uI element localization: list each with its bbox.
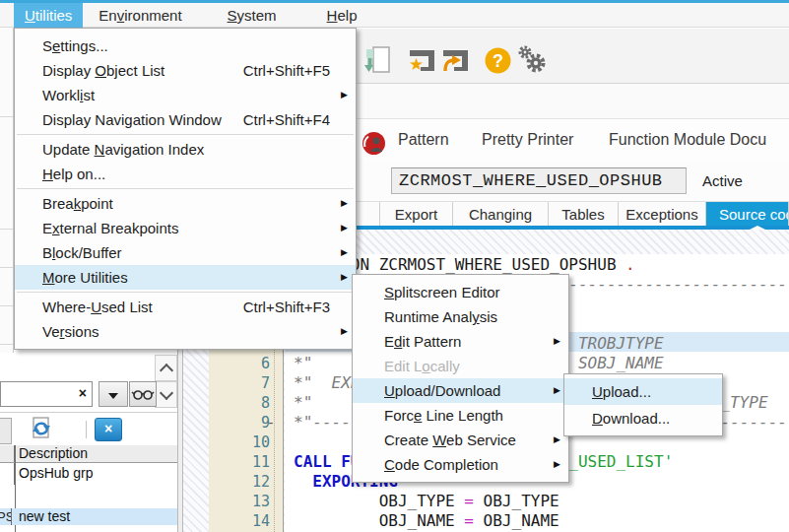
submenu-arrow-icon: ▶ bbox=[554, 378, 560, 403]
menubar-item-utilities[interactable]: Utilities bbox=[14, 3, 83, 28]
help-icon[interactable]: ? bbox=[484, 46, 512, 78]
close-session-button[interactable]: × bbox=[95, 418, 122, 441]
svg-text:★: ★ bbox=[409, 54, 424, 74]
menu-item-external-breakpoints[interactable]: External Breakpoints▶ bbox=[15, 216, 356, 240]
submenu-arrow-icon: ▶ bbox=[341, 265, 348, 290]
display-button[interactable] bbox=[129, 381, 157, 407]
menu-item-edit-locally[interactable]: Edit Locally bbox=[353, 354, 568, 378]
menu-shortcut: Ctrl+Shift+F4 bbox=[243, 107, 330, 132]
menu-item-runtime-analysis[interactable]: Runtime Analysis bbox=[353, 304, 568, 329]
toolbar-separator bbox=[86, 421, 87, 438]
submenu-arrow-icon: ▶ bbox=[341, 319, 348, 344]
search-input[interactable]: × bbox=[0, 381, 93, 407]
tab-tables[interactable]: Tables bbox=[549, 202, 619, 227]
upload-download-submenu: Upload...Download... bbox=[563, 373, 723, 436]
menubar: UtilitiesEnvironmentSystemHelp bbox=[0, 3, 789, 28]
svg-text:?: ? bbox=[493, 51, 503, 71]
menu-item-edit-pattern[interactable]: Edit Pattern▶ bbox=[353, 329, 568, 354]
table-row[interactable]: OpsHub grp bbox=[0, 463, 177, 485]
menu-item-settings[interactable]: Settings... bbox=[15, 33, 356, 58]
refresh-button[interactable] bbox=[28, 416, 61, 443]
dropdown-caret-icon bbox=[108, 393, 118, 399]
submenu-arrow-icon: ▶ bbox=[341, 216, 348, 240]
code-line-14: OBJ_NAME=OBJ_NAME bbox=[177, 511, 789, 531]
menu-item-block-buffer[interactable]: Block/Buffer▶ bbox=[15, 240, 356, 265]
menu-item-download[interactable]: Download... bbox=[564, 405, 722, 432]
function-module-name-field[interactable]: ZCRMOST_WHERE_USED_OPSHUB bbox=[391, 167, 687, 194]
menu-item-where-used-list[interactable]: Where-Used ListCtrl+Shift+F3 bbox=[15, 295, 356, 319]
tab-export[interactable]: Export bbox=[380, 202, 453, 227]
sap-gui-window: UtilitiesEnvironmentSystemHelp ★ bbox=[0, 0, 789, 532]
menu-item-upload[interactable]: Upload... bbox=[564, 378, 722, 405]
menu-item-breakpoint[interactable]: Breakpoint▶ bbox=[15, 191, 356, 216]
description-column-header: Description bbox=[19, 445, 88, 462]
submenu-arrow-icon: ▶ bbox=[554, 452, 560, 477]
panel-separator bbox=[0, 412, 177, 413]
menu-item-create-web-service[interactable]: Create Web Service▶ bbox=[353, 428, 568, 452]
submenu-arrow-icon: ▶ bbox=[341, 240, 348, 265]
more-utilities-submenu: Splitscreen EditorRuntime AnalysisEdit P… bbox=[352, 274, 569, 483]
menu-item-code-completion[interactable]: Code Completion▶ bbox=[353, 452, 568, 477]
customize-gears-icon[interactable] bbox=[516, 43, 549, 79]
shortcut-window-icon[interactable] bbox=[441, 48, 472, 78]
pretty-printer-button[interactable]: Pretty Printer bbox=[482, 128, 573, 152]
submenu-arrow-icon: ▶ bbox=[554, 428, 560, 452]
menu-item-help-on[interactable]: Help on... bbox=[15, 162, 356, 186]
menu-item-versions[interactable]: Versions▶ bbox=[15, 319, 356, 344]
partial-button[interactable] bbox=[0, 418, 12, 444]
table-row-selected[interactable]: PS new test bbox=[0, 508, 177, 525]
menubar-item-environment[interactable]: Environment bbox=[88, 3, 192, 28]
scroll-up-button[interactable] bbox=[155, 355, 177, 381]
submenu-arrow-icon: ▶ bbox=[554, 329, 560, 354]
utilities-menu: Settings...Display Object ListCtrl+Shift… bbox=[14, 28, 357, 350]
favorites-window-icon[interactable]: ★ bbox=[408, 48, 438, 78]
menu-item-worklist[interactable]: Worklist▶ bbox=[15, 83, 356, 107]
code-line-13: OBJ_TYPE=OBJ_TYPE bbox=[177, 492, 789, 511]
menu-item-update-navigation-index[interactable]: Update Navigation Index bbox=[15, 137, 356, 162]
tab-source-code[interactable]: Source code bbox=[706, 202, 789, 227]
clear-search-icon[interactable]: × bbox=[79, 385, 87, 401]
dropdown-button[interactable] bbox=[99, 381, 128, 407]
pattern-button[interactable]: Pattern bbox=[398, 128, 449, 152]
export-document-icon[interactable] bbox=[364, 45, 391, 79]
refresh-icon bbox=[28, 416, 55, 441]
menu-item-display-object-list[interactable]: Display Object ListCtrl+Shift+F5 bbox=[15, 58, 356, 83]
menu-shortcut: Ctrl+Shift+F5 bbox=[243, 58, 330, 83]
function-module-docu-button[interactable]: Function Module Docu bbox=[609, 128, 766, 152]
tab-changing[interactable]: Changing bbox=[453, 202, 549, 227]
debugger-user-icon[interactable] bbox=[362, 131, 386, 159]
status-text: Active bbox=[702, 172, 743, 189]
scroll-down-button[interactable] bbox=[155, 381, 177, 408]
menubar-item-help[interactable]: Help bbox=[316, 3, 368, 28]
menubar-item-system[interactable]: System bbox=[217, 3, 288, 28]
menu-item-display-navigation-window[interactable]: Display Navigation WindowCtrl+Shift+F4 bbox=[15, 107, 356, 132]
left-dock-edge bbox=[0, 28, 14, 353]
menu-item-force-line-length[interactable]: Force Line Length bbox=[353, 403, 568, 428]
menu-item-more-utilities[interactable]: More Utilities▶ bbox=[15, 265, 356, 290]
tab-exceptions[interactable]: Exceptions bbox=[619, 202, 706, 227]
display-glasses-icon bbox=[131, 386, 155, 404]
menu-shortcut: Ctrl+Shift+F3 bbox=[243, 295, 330, 319]
menu-item-upload-download[interactable]: Upload/Download▶ bbox=[353, 378, 568, 403]
object-table: Description OpsHub grp PS new test bbox=[0, 445, 177, 532]
table-header: Description bbox=[0, 445, 177, 463]
menu-item-splitscreen-editor[interactable]: Splitscreen Editor bbox=[353, 280, 568, 304]
submenu-arrow-icon: ▶ bbox=[341, 83, 348, 107]
object-list-panel: × × Descrip bbox=[0, 353, 177, 532]
submenu-arrow-icon: ▶ bbox=[341, 191, 348, 216]
